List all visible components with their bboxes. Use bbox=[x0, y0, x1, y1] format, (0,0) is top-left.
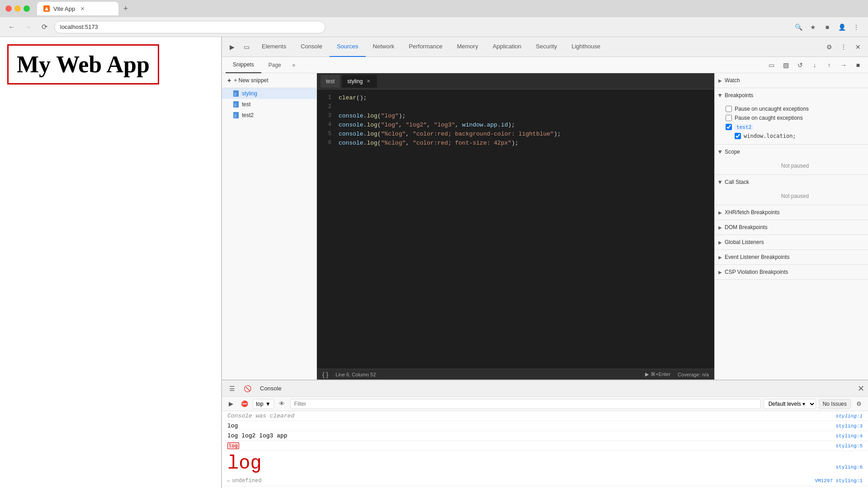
subtab-more-icon[interactable]: » bbox=[288, 60, 299, 70]
bookmark-icon[interactable]: ★ bbox=[807, 21, 819, 33]
code-area[interactable]: 1 2 3 4 5 6 clear(); bbox=[317, 89, 714, 369]
code-line-1: clear(); bbox=[339, 93, 711, 102]
log1-source[interactable]: styling:3 bbox=[829, 423, 863, 429]
no-issues-badge: No Issues bbox=[819, 399, 851, 409]
console-level-select[interactable]: Default levels ▾ bbox=[764, 399, 816, 409]
event-label: Event Listener Breakpoints bbox=[725, 254, 789, 260]
breakpoints-header[interactable]: ▶ Breakpoints bbox=[715, 88, 868, 103]
devtools-inspect-icon[interactable]: ▶ bbox=[226, 41, 238, 53]
breakpoint-code-checkbox[interactable] bbox=[735, 133, 741, 139]
file-item-styling[interactable]: {} styling bbox=[222, 88, 316, 99]
browser-tab-active[interactable]: Vite App ✕ bbox=[37, 2, 118, 15]
statusbar-right: ▶ ⌘+Enter Coverage: n/a bbox=[645, 371, 709, 377]
maximize-traffic-light[interactable] bbox=[24, 5, 30, 12]
devtools-device-icon[interactable]: ▭ bbox=[240, 41, 253, 53]
minimize-traffic-light[interactable] bbox=[14, 5, 21, 12]
console-clear-icon[interactable]: 🚫 bbox=[241, 382, 254, 395]
console-settings-icon[interactable]: ⚙ bbox=[854, 399, 864, 409]
address-bar[interactable]: localhost:5173 bbox=[54, 21, 326, 33]
breakpoint-test2-checkbox[interactable] bbox=[726, 124, 732, 130]
big-log-source[interactable]: styling:6 bbox=[829, 465, 863, 470]
back-button[interactable]: ← bbox=[5, 21, 18, 33]
close-traffic-light[interactable] bbox=[5, 5, 12, 12]
console-eye-icon[interactable]: 👁 bbox=[277, 399, 288, 409]
event-header[interactable]: ▶ Event Listener Breakpoints bbox=[715, 250, 868, 264]
breakpoint-test2-file: test2 bbox=[735, 124, 753, 130]
zoom-icon[interactable]: 🔍 bbox=[792, 21, 805, 33]
xhr-chevron: ▶ bbox=[718, 210, 722, 215]
status-line: Line 6, Column 52 bbox=[335, 372, 376, 377]
log2-text: log log2 log3 app bbox=[227, 432, 829, 439]
global-header[interactable]: ▶ Global Listeners bbox=[715, 235, 868, 249]
console-entry-log1: log styling:3 bbox=[222, 421, 868, 431]
watch-header[interactable]: ▶ Watch bbox=[715, 73, 868, 88]
pause-caught-checkbox[interactable] bbox=[726, 115, 732, 121]
browser-titlebar: Vite App ✕ + bbox=[0, 0, 868, 17]
console-close-button[interactable]: ✕ bbox=[858, 384, 864, 394]
tab-performance[interactable]: Performance bbox=[401, 37, 449, 57]
sources-step-down-icon[interactable]: ↓ bbox=[808, 59, 821, 71]
file-item-test[interactable]: {} test bbox=[222, 99, 316, 110]
tab-security[interactable]: Security bbox=[528, 37, 564, 57]
traffic-lights bbox=[5, 5, 30, 12]
subtab-snippets[interactable]: Snippets bbox=[226, 57, 261, 73]
tab-application[interactable]: Application bbox=[486, 37, 529, 57]
app-title-box: My Web App bbox=[7, 44, 159, 84]
forward-button[interactable]: → bbox=[22, 21, 34, 33]
callstack-header[interactable]: ▶ Call Stack bbox=[715, 175, 868, 189]
sources-split-icon[interactable]: ▭ bbox=[765, 59, 778, 71]
close-tab-icon[interactable]: ✕ bbox=[80, 6, 85, 12]
sources-step-up-icon[interactable]: ↑ bbox=[823, 59, 835, 71]
sources-step-back-icon[interactable]: ↺ bbox=[794, 59, 807, 71]
tab-lighthouse[interactable]: Lighthouse bbox=[564, 37, 608, 57]
pause-uncaught-label: Pause on uncaught exceptions bbox=[735, 106, 809, 112]
top-selector[interactable]: top ▼ bbox=[253, 399, 274, 409]
profile-icon[interactable]: 👤 bbox=[835, 21, 848, 33]
vm-source[interactable]: VM1297 styling:1 bbox=[807, 478, 863, 483]
event-chevron: ▶ bbox=[718, 255, 722, 260]
menu-icon[interactable]: ⋮ bbox=[850, 21, 863, 33]
file-item-test2[interactable]: {} test2 bbox=[222, 110, 316, 121]
extensions-icon[interactable]: ■ bbox=[821, 21, 834, 33]
pause-caught-option: Pause on caught exceptions bbox=[726, 113, 864, 122]
new-snippet-button[interactable]: + + New snippet bbox=[222, 73, 316, 88]
log2-source[interactable]: styling:4 bbox=[829, 433, 863, 439]
console-tab-label: Console bbox=[256, 385, 285, 392]
console-inspect-icon[interactable]: ▶ bbox=[226, 399, 236, 409]
code-lines[interactable]: clear(); console.log("log"); console.log… bbox=[335, 89, 714, 369]
pause-uncaught-checkbox[interactable] bbox=[726, 106, 732, 112]
tab-elements[interactable]: Elements bbox=[255, 37, 293, 57]
run-button[interactable]: ▶ ⌘+Enter bbox=[645, 371, 670, 377]
console-filter-input[interactable] bbox=[290, 399, 761, 409]
devtools-close-icon[interactable]: ✕ bbox=[852, 41, 864, 53]
new-snippet-label: + New snippet bbox=[234, 77, 268, 84]
callstack-not-paused: Not paused bbox=[726, 191, 864, 201]
reload-button[interactable]: ⟳ bbox=[38, 21, 51, 33]
tab-network[interactable]: Network bbox=[366, 37, 402, 57]
tab-console[interactable]: Console bbox=[293, 37, 330, 57]
scope-header[interactable]: ▶ Scope bbox=[715, 145, 868, 159]
devtools-more-icon[interactable]: ⋮ bbox=[837, 41, 850, 53]
sources-step-over-icon[interactable]: → bbox=[837, 59, 850, 71]
editor-tab-styling-close[interactable]: ✕ bbox=[365, 78, 372, 84]
xhr-header[interactable]: ▶ XHR/fetch Breakpoints bbox=[715, 205, 868, 220]
global-section: ▶ Global Listeners bbox=[715, 235, 868, 250]
log3-source[interactable]: styling:5 bbox=[829, 443, 863, 449]
csp-header[interactable]: ▶ CSP Violation Breakpoints bbox=[715, 265, 868, 279]
console-output[interactable]: Console was cleared styling:1 log stylin… bbox=[222, 411, 868, 488]
sources-columns-icon[interactable]: ▧ bbox=[779, 59, 792, 71]
tab-sources[interactable]: Sources bbox=[330, 37, 366, 57]
devtools-settings-icon[interactable]: ⚙ bbox=[823, 41, 835, 53]
console-block-icon[interactable]: ⛔ bbox=[239, 399, 250, 409]
editor-tab-test[interactable]: test bbox=[321, 75, 340, 88]
dom-header[interactable]: ▶ DOM Breakpoints bbox=[715, 220, 868, 235]
tab-memory[interactable]: Memory bbox=[450, 37, 486, 57]
console-prompt: > bbox=[222, 486, 868, 488]
subtab-page[interactable]: Page bbox=[261, 57, 288, 73]
line-num-6: 6 bbox=[317, 138, 335, 147]
editor-tab-styling[interactable]: styling ✕ bbox=[342, 75, 377, 88]
cleared-source[interactable]: styling:1 bbox=[829, 413, 863, 419]
new-tab-button[interactable]: + bbox=[119, 2, 132, 15]
sources-deactivate-icon[interactable]: ■ bbox=[852, 59, 864, 71]
console-sidebar-icon[interactable]: ☰ bbox=[226, 382, 238, 395]
